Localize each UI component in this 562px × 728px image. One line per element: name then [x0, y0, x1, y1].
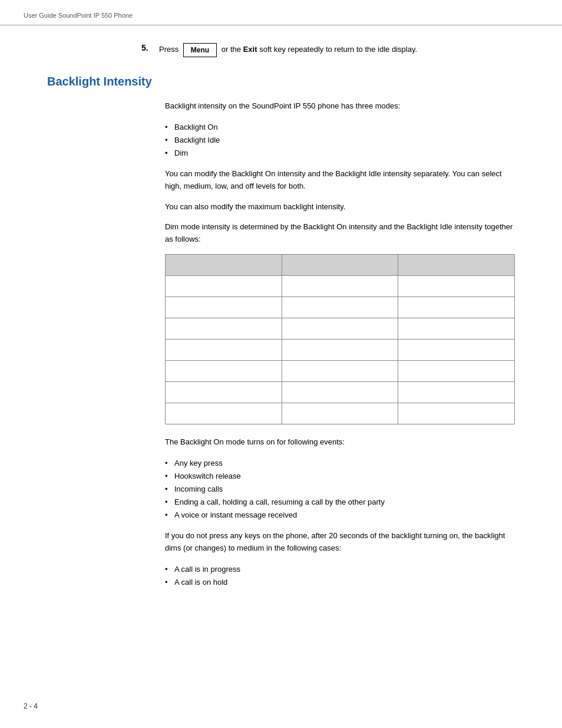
list-item: Dim	[165, 147, 515, 160]
step-5-section: 5. Press Menu or the Exit soft key repea…	[24, 43, 538, 57]
table-cell	[282, 382, 398, 403]
table-row	[166, 361, 515, 382]
para4: Dim mode intensity is determined by the …	[165, 221, 515, 246]
header-text: User Guide SoundPoint IP 550 Phone	[24, 12, 133, 19]
backlight-on-para: The Backlight On mode turns on for follo…	[165, 436, 515, 449]
table-cell	[166, 382, 282, 403]
table-cell	[398, 382, 515, 403]
table-cell	[166, 318, 282, 340]
step-text-after: or the	[222, 45, 241, 54]
table-cell	[398, 297, 515, 318]
main-content: 5. Press Menu or the Exit soft key repea…	[0, 43, 562, 621]
events-list: Any key press Hookswitch release Incomin…	[165, 457, 515, 522]
para3: You can also modify the maximum backligh…	[165, 201, 515, 213]
page-header: User Guide SoundPoint IP 550 Phone	[0, 0, 562, 25]
table-cell	[398, 276, 515, 297]
intro-paragraph: Backlight intensity on the SoundPoint IP…	[165, 100, 515, 113]
table-cell	[166, 297, 282, 318]
table-cell	[282, 403, 398, 424]
dim-cases-list: A call is in progress A call is on hold	[165, 563, 515, 589]
list-item: A call is on hold	[165, 576, 515, 589]
table-cell	[166, 361, 282, 382]
table-cell	[282, 318, 398, 340]
table-row	[166, 297, 515, 318]
table-header	[166, 255, 515, 276]
intensity-table	[165, 254, 515, 424]
step-text-before: Press	[159, 45, 178, 54]
step-5-row: 5. Press Menu or the Exit soft key repea…	[141, 43, 538, 57]
table-row	[166, 382, 515, 403]
step-5-content: Press Menu or the Exit soft key repeated…	[159, 43, 417, 57]
table-cell	[282, 276, 398, 297]
body-content: Backlight intensity on the SoundPoint IP…	[24, 100, 538, 589]
list-item: A call is in progress	[165, 563, 515, 576]
table-header-cell	[398, 255, 515, 276]
page-wrapper: User Guide SoundPoint IP 550 Phone 5. Pr…	[0, 0, 562, 728]
dim-paragraph: If you do not press any keys on the phon…	[165, 530, 515, 555]
table-cell	[398, 318, 515, 340]
step-number: 5.	[141, 43, 153, 52]
table-cell	[166, 340, 282, 361]
table-cell	[282, 340, 398, 361]
table-cell	[398, 403, 515, 424]
page-footer: 2 - 4	[24, 702, 38, 710]
table-row	[166, 318, 515, 340]
table-row	[166, 276, 515, 297]
list-item: Incoming calls	[165, 483, 515, 496]
list-item: Ending a call, holding a call, resuming …	[165, 496, 515, 509]
list-item: Backlight On	[165, 121, 515, 134]
list-item: Hookswitch release	[165, 470, 515, 483]
step-text-rest: soft key repeatedly to return to the idl…	[259, 45, 417, 54]
page-number: 2 - 4	[24, 702, 38, 710]
table-cell	[282, 361, 398, 382]
menu-button-label: Menu	[183, 43, 217, 57]
table-cell	[166, 403, 282, 424]
list-item: A voice or instant message received	[165, 509, 515, 522]
exit-bold-word: Exit	[243, 45, 257, 54]
table-header-row	[166, 255, 515, 276]
table-cell	[282, 297, 398, 318]
table-header-cell	[282, 255, 398, 276]
table-row	[166, 403, 515, 424]
table-cell	[398, 361, 515, 382]
table-cell	[166, 276, 282, 297]
table-body	[166, 276, 515, 424]
table-row	[166, 340, 515, 361]
modes-list: Backlight On Backlight Idle Dim	[165, 121, 515, 160]
section-title: Backlight Intensity	[24, 75, 538, 88]
list-item: Any key press	[165, 457, 515, 470]
table-cell	[398, 340, 515, 361]
list-item: Backlight Idle	[165, 134, 515, 147]
para2: You can modify the Backlight On intensit…	[165, 168, 515, 193]
table-header-cell	[166, 255, 282, 276]
